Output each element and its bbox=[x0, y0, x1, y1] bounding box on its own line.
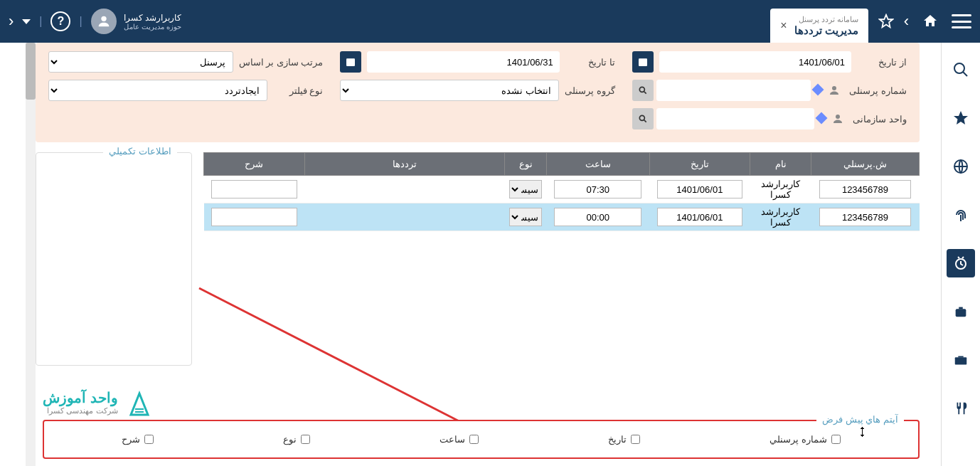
cell-time[interactable] bbox=[554, 208, 641, 226]
chk-time[interactable] bbox=[469, 435, 479, 444]
diamond-icon bbox=[817, 114, 826, 125]
rail-clock-icon[interactable] bbox=[947, 249, 975, 277]
group-label: گروه پرسنلی bbox=[565, 85, 615, 96]
rail-briefcase-icon[interactable] bbox=[947, 346, 975, 374]
cell-date[interactable] bbox=[657, 180, 742, 198]
to-date-label: تا تاریخ bbox=[565, 57, 615, 68]
person-icon bbox=[825, 80, 843, 101]
personnel-id-label: شماره پرسنلی bbox=[849, 85, 907, 96]
favorite-icon[interactable] bbox=[878, 14, 894, 29]
logo-subtitle: شرکت مهندسی کسرا bbox=[43, 406, 118, 415]
chk-desc[interactable] bbox=[144, 435, 154, 444]
user-role: حوزه مدیریت عامل bbox=[124, 23, 181, 31]
side-rail bbox=[941, 43, 980, 466]
col-date: تاريخ bbox=[649, 153, 750, 176]
avatar[interactable] bbox=[91, 9, 117, 34]
default-items-title: آيتم هاي پيش فرض bbox=[816, 414, 904, 425]
cell-name: کاربرارشد کسرا bbox=[750, 203, 811, 231]
personnel-id-search-icon[interactable] bbox=[632, 80, 654, 101]
menu-icon[interactable] bbox=[952, 14, 971, 28]
help-button[interactable]: ? bbox=[50, 11, 70, 31]
chk-date[interactable] bbox=[631, 435, 640, 444]
cell-desc[interactable] bbox=[211, 180, 297, 198]
from-date-input[interactable] bbox=[659, 51, 851, 73]
close-tab-button[interactable]: × bbox=[780, 19, 787, 32]
rail-food-icon[interactable] bbox=[947, 394, 975, 423]
logo-title: واحد آموزش bbox=[43, 389, 118, 406]
user-block: کاربرارشد کسرا حوزه مدیریت عامل bbox=[91, 9, 181, 34]
chk-type-label: نوع bbox=[283, 434, 297, 445]
to-date-input[interactable] bbox=[367, 51, 559, 73]
cell-records bbox=[304, 176, 505, 203]
details-panel-title: اطلاعات تکميلي bbox=[103, 146, 177, 157]
svg-rect-9 bbox=[346, 58, 355, 60]
rail-suitcase-icon[interactable] bbox=[947, 297, 975, 326]
svg-point-12 bbox=[836, 115, 840, 119]
org-unit-input[interactable] bbox=[656, 108, 815, 129]
chk-desc-label: شرح bbox=[122, 434, 140, 445]
filter-panel: از تاریخ تا تاریخ مرتب سازی بر اساس پرسن… bbox=[36, 43, 920, 142]
org-unit-label: واحد سازمانی bbox=[853, 114, 907, 125]
user-name: کاربرارشد کسرا bbox=[124, 13, 181, 23]
svg-point-11 bbox=[639, 87, 644, 92]
chk-type[interactable] bbox=[301, 435, 310, 444]
svg-point-13 bbox=[639, 115, 644, 120]
cell-time[interactable] bbox=[554, 180, 641, 198]
diamond-icon bbox=[814, 85, 822, 96]
details-panel: اطلاعات تکميلي bbox=[36, 152, 192, 366]
col-name: نام bbox=[750, 153, 811, 176]
vertical-scrollbar[interactable] bbox=[26, 43, 36, 466]
from-date-label: از تاریخ bbox=[857, 57, 907, 68]
cell-name: کاربرارشد کسرا bbox=[750, 176, 811, 203]
table-row[interactable]: کاربرارشد کسراسيستم bbox=[204, 176, 920, 203]
svg-rect-5 bbox=[955, 357, 967, 364]
org-unit-search-icon[interactable] bbox=[632, 108, 654, 129]
svg-rect-7 bbox=[639, 58, 647, 60]
user-menu-caret-icon[interactable] bbox=[22, 19, 31, 24]
chk-date-label: تاريخ bbox=[608, 434, 627, 445]
filter-type-select[interactable]: ایجادتردد bbox=[48, 80, 267, 101]
col-desc: شرح bbox=[204, 153, 305, 176]
col-records: ترددها bbox=[304, 153, 505, 176]
cell-pid[interactable] bbox=[819, 208, 912, 226]
cell-records bbox=[304, 203, 505, 231]
rail-favorite-icon[interactable] bbox=[947, 104, 975, 132]
nav-prev-icon[interactable]: ‹ bbox=[9, 12, 14, 31]
cell-pid[interactable] bbox=[819, 180, 912, 198]
rail-search-icon[interactable] bbox=[947, 55, 975, 84]
nav-next-icon[interactable]: › bbox=[904, 12, 909, 31]
brand-logo: واحد آموزش شرکت مهندسی کسرا bbox=[43, 388, 154, 416]
sort-select[interactable]: پرسنل bbox=[48, 51, 233, 73]
cell-date[interactable] bbox=[657, 208, 742, 226]
table-row[interactable]: کاربرارشد کسراسيستم bbox=[204, 203, 920, 231]
main-content: از تاریخ تا تاریخ مرتب سازی بر اساس پرسن… bbox=[0, 43, 941, 466]
default-items-panel: آيتم هاي پيش فرض ⭥ شماره پرسنلي تاريخ سا… bbox=[43, 420, 920, 459]
topbar: › سامانه تردد پرسنل مدیریت ترددها × کارب… bbox=[0, 0, 980, 43]
svg-rect-4 bbox=[956, 309, 966, 317]
chk-personnel-id-label: شماره پرسنلي bbox=[769, 434, 827, 445]
person-icon bbox=[829, 108, 847, 129]
tab-title: مدیریت ترددها bbox=[794, 24, 858, 37]
pencil-logo-icon bbox=[125, 388, 154, 416]
active-tab: سامانه تردد پرسنل مدیریت ترددها × bbox=[770, 9, 868, 43]
svg-point-0 bbox=[101, 16, 106, 21]
tab-subtitle: سامانه تردد پرسنل bbox=[794, 15, 858, 24]
cell-type[interactable]: سيستم bbox=[509, 180, 541, 198]
from-date-calendar-icon[interactable] bbox=[632, 51, 654, 73]
sort-label: مرتب سازی بر اساس bbox=[239, 57, 324, 68]
rail-fingerprint-icon[interactable] bbox=[947, 201, 975, 229]
chk-time-label: ساعت bbox=[440, 434, 465, 445]
attendance-table: ش.پرسنلي نام تاريخ ساعت نوع ترددها شرح ک… bbox=[203, 152, 920, 231]
col-personnel-id: ش.پرسنلي bbox=[811, 153, 919, 176]
home-icon[interactable] bbox=[919, 10, 942, 33]
chk-personnel-id[interactable] bbox=[831, 435, 841, 444]
group-select[interactable]: انتخاب نشده bbox=[340, 80, 559, 101]
svg-point-1 bbox=[954, 63, 964, 73]
personnel-id-input[interactable] bbox=[656, 80, 811, 101]
svg-point-10 bbox=[832, 86, 836, 90]
col-time: ساعت bbox=[546, 153, 649, 176]
rail-globe-icon[interactable] bbox=[947, 152, 975, 181]
cell-desc[interactable] bbox=[211, 208, 297, 226]
to-date-calendar-icon[interactable] bbox=[340, 51, 361, 73]
cell-type[interactable]: سيستم bbox=[509, 208, 541, 226]
